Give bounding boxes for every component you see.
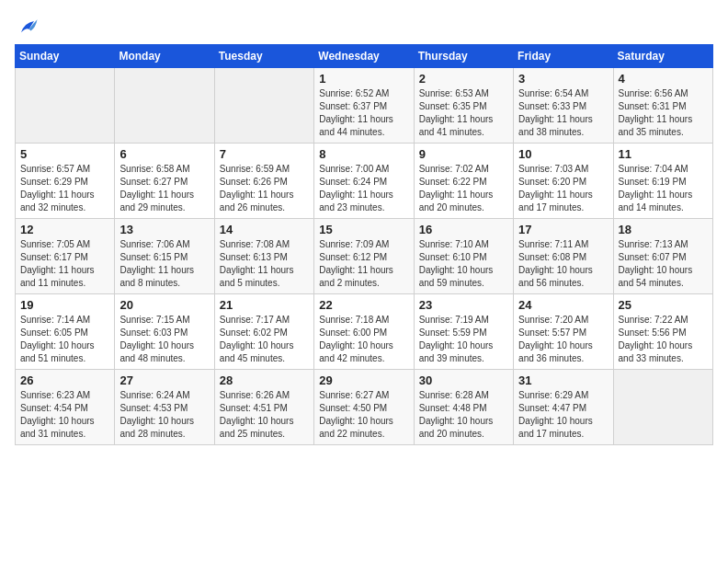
day-info: Sunrise: 6:58 AMSunset: 6:27 PMDaylight:…: [119, 163, 209, 214]
calendar-cell: 28Sunrise: 6:26 AMSunset: 4:51 PMDayligh…: [214, 370, 313, 445]
day-number: 3: [518, 72, 608, 86]
day-info: Sunrise: 7:04 AMSunset: 6:19 PMDaylight:…: [619, 163, 708, 214]
calendar-cell: 22Sunrise: 7:18 AMSunset: 6:00 PMDayligh…: [314, 294, 414, 370]
day-number: 26: [20, 373, 109, 387]
day-number: 20: [119, 298, 209, 312]
day-info: Sunrise: 7:13 AMSunset: 6:07 PMDaylight:…: [619, 238, 708, 290]
calendar-cell: 4Sunrise: 6:56 AMSunset: 6:31 PMDaylight…: [613, 68, 712, 144]
day-info: Sunrise: 7:08 AMSunset: 6:13 PMDaylight:…: [220, 238, 309, 290]
day-number: 23: [419, 298, 508, 312]
calendar-cell: [613, 370, 712, 445]
calendar-week-row: 1Sunrise: 6:52 AMSunset: 6:37 PMDaylight…: [16, 68, 713, 144]
day-info: Sunrise: 7:17 AMSunset: 6:02 PMDaylight:…: [220, 314, 309, 365]
calendar-cell: 9Sunrise: 7:02 AMSunset: 6:22 PMDaylight…: [414, 144, 513, 219]
day-number: 22: [319, 298, 408, 312]
calendar-cell: 17Sunrise: 7:11 AMSunset: 6:08 PMDayligh…: [514, 219, 613, 294]
day-info: Sunrise: 6:27 AMSunset: 4:50 PMDaylight:…: [319, 389, 408, 441]
calendar-cell: 1Sunrise: 6:52 AMSunset: 6:37 PMDaylight…: [314, 68, 414, 144]
day-number: 8: [319, 147, 408, 161]
day-info: Sunrise: 7:18 AMSunset: 6:00 PMDaylight:…: [319, 314, 408, 365]
day-info: Sunrise: 7:22 AMSunset: 5:56 PMDaylight:…: [619, 314, 708, 365]
day-number: 7: [220, 147, 309, 161]
calendar-cell: 30Sunrise: 6:28 AMSunset: 4:48 PMDayligh…: [414, 370, 513, 445]
day-number: 16: [419, 223, 508, 236]
calendar-cell: 13Sunrise: 7:06 AMSunset: 6:15 PMDayligh…: [115, 219, 214, 294]
day-number: 28: [220, 373, 309, 387]
day-number: 2: [419, 72, 508, 86]
day-info: Sunrise: 6:28 AMSunset: 4:48 PMDaylight:…: [419, 389, 508, 441]
day-number: 4: [619, 72, 708, 86]
day-info: Sunrise: 6:52 AMSunset: 6:37 PMDaylight:…: [319, 87, 408, 139]
day-number: 6: [119, 147, 209, 161]
day-info: Sunrise: 6:54 AMSunset: 6:33 PMDaylight:…: [518, 87, 608, 139]
calendar-cell: 21Sunrise: 7:17 AMSunset: 6:02 PMDayligh…: [214, 294, 313, 370]
day-number: 25: [619, 298, 708, 312]
calendar-week-row: 12Sunrise: 7:05 AMSunset: 6:17 PMDayligh…: [16, 219, 713, 294]
calendar-cell: 3Sunrise: 6:54 AMSunset: 6:33 PMDaylight…: [514, 68, 613, 144]
day-number: 29: [319, 373, 408, 387]
day-number: 9: [419, 147, 508, 161]
calendar-cell: [16, 68, 115, 144]
calendar-cell: 27Sunrise: 6:24 AMSunset: 4:53 PMDayligh…: [115, 370, 214, 445]
day-number: 19: [20, 298, 109, 312]
calendar-cell: 5Sunrise: 6:57 AMSunset: 6:29 PMDaylight…: [16, 144, 115, 219]
day-info: Sunrise: 7:03 AMSunset: 6:20 PMDaylight:…: [518, 163, 608, 214]
day-number: 15: [319, 223, 408, 236]
day-number: 5: [20, 147, 109, 161]
calendar-cell: 19Sunrise: 7:14 AMSunset: 6:05 PMDayligh…: [16, 294, 115, 370]
day-number: 10: [518, 147, 608, 161]
day-info: Sunrise: 6:24 AMSunset: 4:53 PMDaylight:…: [119, 389, 209, 441]
day-info: Sunrise: 7:11 AMSunset: 6:08 PMDaylight:…: [518, 238, 608, 290]
day-info: Sunrise: 6:23 AMSunset: 4:54 PMDaylight:…: [20, 389, 109, 441]
calendar-cell: 12Sunrise: 7:05 AMSunset: 6:17 PMDayligh…: [16, 219, 115, 294]
day-number: 31: [518, 373, 608, 387]
calendar-cell: 7Sunrise: 6:59 AMSunset: 6:26 PMDaylight…: [214, 144, 313, 219]
day-info: Sunrise: 7:06 AMSunset: 6:15 PMDaylight:…: [119, 238, 209, 290]
day-info: Sunrise: 7:20 AMSunset: 5:57 PMDaylight:…: [518, 314, 608, 365]
day-header-saturday: Saturday: [613, 45, 712, 68]
day-number: 1: [319, 72, 408, 86]
calendar-cell: 31Sunrise: 6:29 AMSunset: 4:47 PMDayligh…: [514, 370, 613, 445]
calendar-cell: 15Sunrise: 7:09 AMSunset: 6:12 PMDayligh…: [314, 219, 414, 294]
day-header-tuesday: Tuesday: [214, 45, 313, 68]
day-info: Sunrise: 6:26 AMSunset: 4:51 PMDaylight:…: [220, 389, 309, 441]
day-info: Sunrise: 7:05 AMSunset: 6:17 PMDaylight:…: [20, 238, 109, 290]
day-header-sunday: Sunday: [16, 45, 115, 68]
day-number: 21: [220, 298, 309, 312]
day-info: Sunrise: 7:10 AMSunset: 6:10 PMDaylight:…: [419, 238, 508, 290]
calendar-cell: [214, 68, 313, 144]
day-number: 14: [220, 223, 309, 236]
calendar-cell: 23Sunrise: 7:19 AMSunset: 5:59 PMDayligh…: [414, 294, 513, 370]
calendar-cell: 6Sunrise: 6:58 AMSunset: 6:27 PMDaylight…: [115, 144, 214, 219]
day-number: 27: [119, 373, 209, 387]
calendar-cell: 16Sunrise: 7:10 AMSunset: 6:10 PMDayligh…: [414, 219, 513, 294]
calendar-cell: 8Sunrise: 7:00 AMSunset: 6:24 PMDaylight…: [314, 144, 414, 219]
day-number: 18: [619, 223, 708, 236]
calendar-cell: 20Sunrise: 7:15 AMSunset: 6:03 PMDayligh…: [115, 294, 214, 370]
calendar-table: SundayMondayTuesdayWednesdayThursdayFrid…: [15, 44, 713, 445]
day-info: Sunrise: 6:57 AMSunset: 6:29 PMDaylight:…: [20, 163, 109, 214]
calendar-cell: 29Sunrise: 6:27 AMSunset: 4:50 PMDayligh…: [314, 370, 414, 445]
day-number: 12: [20, 223, 109, 236]
day-number: 24: [518, 298, 608, 312]
day-header-thursday: Thursday: [414, 45, 513, 68]
calendar-cell: 14Sunrise: 7:08 AMSunset: 6:13 PMDayligh…: [214, 219, 313, 294]
calendar-week-row: 5Sunrise: 6:57 AMSunset: 6:29 PMDaylight…: [16, 144, 713, 219]
calendar-cell: 11Sunrise: 7:04 AMSunset: 6:19 PMDayligh…: [613, 144, 712, 219]
calendar-cell: 2Sunrise: 6:53 AMSunset: 6:35 PMDaylight…: [414, 68, 513, 144]
calendar-cell: 25Sunrise: 7:22 AMSunset: 5:56 PMDayligh…: [613, 294, 712, 370]
day-info: Sunrise: 6:53 AMSunset: 6:35 PMDaylight:…: [419, 87, 508, 139]
day-info: Sunrise: 7:15 AMSunset: 6:03 PMDaylight:…: [119, 314, 209, 365]
calendar-cell: [115, 68, 214, 144]
calendar-week-row: 26Sunrise: 6:23 AMSunset: 4:54 PMDayligh…: [16, 370, 713, 445]
day-info: Sunrise: 6:29 AMSunset: 4:47 PMDaylight:…: [518, 389, 608, 441]
logo: [15, 15, 46, 40]
day-info: Sunrise: 6:56 AMSunset: 6:31 PMDaylight:…: [619, 87, 708, 139]
day-number: 11: [619, 147, 708, 161]
day-number: 17: [518, 223, 608, 236]
logo-bird-icon: [15, 15, 40, 40]
day-header-wednesday: Wednesday: [314, 45, 414, 68]
day-header-monday: Monday: [115, 45, 214, 68]
calendar-cell: 24Sunrise: 7:20 AMSunset: 5:57 PMDayligh…: [514, 294, 613, 370]
day-number: 30: [419, 373, 508, 387]
